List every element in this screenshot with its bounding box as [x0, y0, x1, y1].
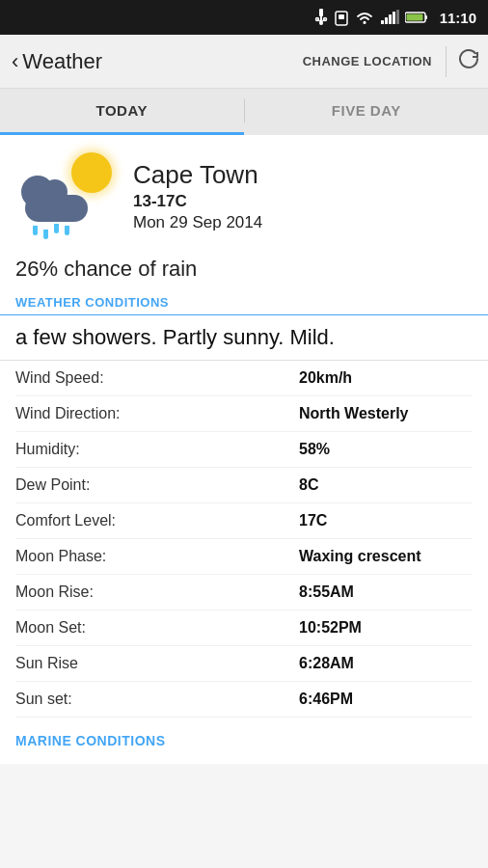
detail-row: Sun Rise 6:28AM	[15, 646, 473, 682]
page-title: Weather	[22, 49, 302, 74]
tab-today[interactable]: TODAY	[0, 89, 244, 132]
detail-value-windspeed: 20km/h	[299, 369, 473, 387]
svg-rect-12	[389, 14, 392, 24]
detail-label-moonset: Moon Set:	[15, 619, 299, 637]
detail-row: Moon Rise: 8:55AM	[15, 575, 473, 610]
marine-conditions-link[interactable]: MARINE CONDITIONS	[0, 718, 488, 764]
detail-value-comfort: 17C	[299, 512, 473, 529]
detail-label-moonrise: Moon Rise:	[15, 583, 299, 601]
svg-rect-14	[396, 10, 399, 24]
detail-value-moonset: 10:52PM	[299, 619, 473, 637]
tab-fiveday[interactable]: FIVE DAY	[245, 89, 489, 132]
detail-row: Comfort Level: 17C	[15, 503, 473, 539]
signal-icon	[380, 10, 399, 25]
detail-label-windspeed: Wind Speed:	[15, 369, 299, 387]
detail-label-humidity: Humidity:	[15, 441, 299, 458]
detail-row: Sun set: 6:46PM	[15, 682, 473, 718]
detail-label-dewpoint: Dew Point:	[15, 476, 299, 494]
detail-value-sunset: 6:46PM	[299, 691, 473, 708]
detail-label-comfort: Comfort Level:	[15, 512, 299, 529]
svg-rect-17	[406, 14, 422, 21]
rain-chance: 26% chance of rain	[0, 249, 488, 287]
battery-icon	[405, 11, 428, 24]
status-icons: 11:10	[314, 9, 476, 26]
detail-value-winddirection: North Westerly	[299, 405, 473, 422]
detail-row: Dew Point: 8C	[15, 468, 473, 503]
details-table: Wind Speed: 20km/h Wind Direction: North…	[0, 361, 488, 718]
header: ‹ Weather CHANGE LOCATION	[0, 35, 488, 89]
detail-value-moonphase: Waxing crescent	[299, 548, 473, 565]
detail-label-winddirection: Wind Direction:	[15, 405, 299, 422]
wifi-icon	[355, 10, 374, 25]
detail-value-moonrise: 8:55AM	[299, 583, 473, 601]
weather-icon	[15, 152, 122, 239]
detail-row: Wind Speed: 20km/h	[15, 361, 473, 396]
sim-icon	[334, 9, 349, 26]
detail-value-sunrise: 6:28AM	[299, 655, 473, 672]
svg-point-9	[363, 21, 366, 24]
detail-row: Wind Direction: North Westerly	[15, 396, 473, 432]
main-content: Cape Town 13-17C Mon 29 Sep 2014 26% cha…	[0, 135, 488, 764]
usb-icon	[314, 9, 328, 26]
back-icon: ‹	[12, 49, 18, 74]
detail-row: Humidity: 58%	[15, 432, 473, 468]
svg-rect-0	[319, 9, 323, 16]
condition-description: a few showers. Partly sunny. Mild.	[0, 315, 488, 361]
conditions-title: WEATHER CONDITIONS	[15, 295, 169, 310]
temp-range: 13-17C	[133, 192, 262, 211]
detail-label-moonphase: Moon Phase:	[15, 548, 299, 565]
weather-date: Mon 29 Sep 2014	[133, 213, 262, 232]
svg-rect-10	[381, 20, 384, 24]
back-button[interactable]: ‹	[12, 49, 18, 74]
status-bar: 11:10	[0, 0, 488, 35]
detail-value-dewpoint: 8C	[299, 476, 473, 494]
detail-label-sunset: Sun set:	[15, 691, 299, 708]
weather-card: Cape Town 13-17C Mon 29 Sep 2014	[0, 135, 488, 249]
detail-label-sunrise: Sun Rise	[15, 655, 299, 672]
refresh-icon	[458, 48, 479, 74]
rain-icon	[33, 226, 69, 239]
weather-info: Cape Town 13-17C Mon 29 Sep 2014	[122, 160, 262, 232]
change-location-button[interactable]: CHANGE LOCATION	[303, 54, 432, 68]
detail-row: Moon Phase: Waxing crescent	[15, 539, 473, 575]
svg-rect-11	[385, 17, 388, 24]
city-name: Cape Town	[133, 160, 262, 190]
conditions-header: WEATHER CONDITIONS	[0, 287, 488, 315]
refresh-button[interactable]	[446, 46, 476, 77]
svg-rect-16	[425, 15, 427, 19]
svg-rect-8	[339, 14, 344, 19]
detail-value-humidity: 58%	[299, 441, 473, 458]
tabs-bar: TODAY FIVE DAY	[0, 89, 488, 135]
status-time: 11:10	[440, 10, 476, 26]
cloud-icon	[15, 185, 93, 222]
detail-row: Moon Set: 10:52PM	[15, 610, 473, 646]
svg-rect-13	[393, 12, 395, 24]
